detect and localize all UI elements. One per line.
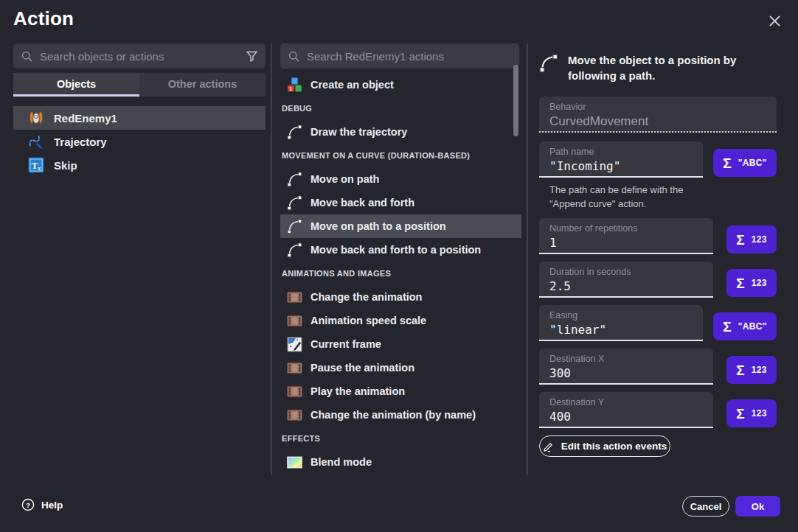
object-item-label: Trajectory [54,136,107,148]
object-item-trajectory[interactable]: Trajectory [13,130,266,153]
action-section-header: MOVEMENT ON A CURVE (DURATION-BASED) [280,144,521,167]
cubes-icon: 1 [287,77,302,93]
pencil-icon [543,441,555,452]
sigma-icon: Σ [736,363,744,377]
field-input-easing[interactable]: Easing"linear" [539,305,703,341]
field-row-destination-y: Destination Y400Σ123 [539,392,777,428]
action-item[interactable]: Animation speed scale [280,309,521,332]
sigma-icon: Σ [736,276,744,290]
action-item[interactable]: Change the animation [280,285,521,309]
curve-icon [287,219,302,234]
edit-action-events-button[interactable]: Edit this action events [539,435,670,457]
curve-icon [287,195,302,211]
field-input-path-name[interactable]: Path name"Incoming" [539,141,703,178]
object-item-redenemy1[interactable]: RedEnemy1 [13,106,266,130]
objects-search-box[interactable] [13,43,266,69]
expression-editor-123-button[interactable]: Σ123 [726,356,777,384]
field-input-destination-y[interactable]: Destination Y400 [539,392,713,428]
expression-editor-123-button[interactable]: Σ123 [726,225,777,253]
red-enemy-sprite-icon [28,110,44,126]
sigma-icon: Σ [723,320,731,334]
help-button[interactable]: ? Help [21,498,63,511]
expression-editor-123-button[interactable]: Σ123 [726,399,777,427]
action-item-label: Play the animation [310,385,405,397]
object-tabs: ObjectsOther actions [13,73,266,97]
object-item-skip[interactable]: TxSkip [13,153,266,177]
svg-text:1: 1 [289,85,292,91]
sigma-icon: Σ [723,156,731,170]
field-input-destination-x[interactable]: Destination X300 [539,349,713,385]
expression-button-label: 123 [752,278,767,288]
action-item-label: Pause the animation [310,362,414,374]
filter-icon[interactable] [246,50,258,63]
film-icon [287,384,302,399]
objects-search-input[interactable] [40,50,239,63]
field-row-easing: Easing"linear"Σ"ABC" [539,305,777,341]
field-label: Destination Y [549,397,703,408]
action-item[interactable]: Play the animation [280,379,521,403]
expression-button-label: "ABC" [738,321,767,332]
action-item-label: Create an object [310,79,394,91]
action-item[interactable]: Pause the animation [280,356,521,379]
action-item-label: Blend mode [310,456,372,468]
field-value: "Incoming" [549,158,693,175]
action-item-label: Animation speed scale [310,315,426,326]
action-item[interactable]: Move back and forth to a position [280,238,521,262]
curve-icon [287,125,302,140]
tab-objects[interactable]: Objects [13,73,139,97]
frame-icon [287,337,302,352]
expression-button-label: 123 [752,234,767,245]
field-label: Number of repetitions [549,223,703,234]
field-row-number-of-repetitions: Number of repetitions1Σ123 [539,218,777,254]
field-value: 400 [549,408,703,425]
film-icon [287,313,302,329]
actions-search-box[interactable] [280,43,519,69]
action-item[interactable]: Move on path [280,167,521,191]
action-section-header: EFFECTS [280,427,521,450]
expression-editor-123-button[interactable]: Σ123 [726,269,777,297]
tab-other-actions[interactable]: Other actions [139,73,266,97]
text-object-icon: Tx [28,157,44,173]
action-section-header: ANIMATIONS AND IMAGES [280,262,521,285]
action-item[interactable]: Change the animation (by name) [280,403,521,427]
field-input-duration-in-seconds[interactable]: Duration in seconds2.5 [539,262,713,298]
field-label: Destination X [549,354,703,365]
expression-editor-abc-button[interactable]: Σ"ABC" [713,312,777,340]
action-item-label: Move back and forth to a position [310,244,481,256]
search-icon [21,50,33,63]
action-item[interactable]: Move on path to a position [280,214,521,238]
field-value: "linear" [549,321,693,338]
panel-divider [271,43,272,475]
action-item-label: Change the animation (by name) [310,409,476,421]
action-item-label: Change the animation [310,291,422,303]
action-item[interactable]: Draw the trajectory [280,120,521,144]
field-input-behavior: BehaviorCurvedMovement [539,97,777,133]
actions-search-input[interactable] [307,50,512,63]
action-item[interactable]: Move back and forth [280,191,521,214]
action-item[interactable]: Blend mode [280,450,521,474]
blend-icon [287,455,302,470]
field-value: 300 [549,365,703,382]
scrollbar-thumb[interactable] [513,65,518,136]
film-icon [287,360,302,376]
field-label: Path name [549,147,693,158]
panel-divider [527,43,528,475]
action-item[interactable]: Current frame [280,332,521,356]
parameter-fields: BehaviorCurvedMovementPath name"Incoming… [539,97,777,457]
action-item[interactable]: 1Create an object [280,73,521,97]
object-list: RedEnemy1TrajectoryTxSkip [13,106,266,177]
expression-button-label: 123 [752,408,767,419]
field-row-path-name: Path name"Incoming"Σ"ABC"The path can be… [539,141,777,211]
field-helper-text: The path can be define with the "Append … [549,183,703,211]
field-row-behavior: BehaviorCurvedMovement [539,97,777,133]
cancel-button[interactable]: Cancel [682,496,729,517]
field-value: 1 [549,234,703,251]
curve-icon [287,242,302,258]
curve-path-icon [539,54,558,73]
ok-button[interactable]: Ok [735,496,780,517]
close-icon[interactable] [766,12,783,29]
expression-editor-abc-button[interactable]: Σ"ABC" [713,149,777,177]
object-item-label: Skip [54,159,77,172]
field-label: Duration in seconds [549,267,703,278]
field-input-number-of-repetitions[interactable]: Number of repetitions1 [539,218,713,254]
